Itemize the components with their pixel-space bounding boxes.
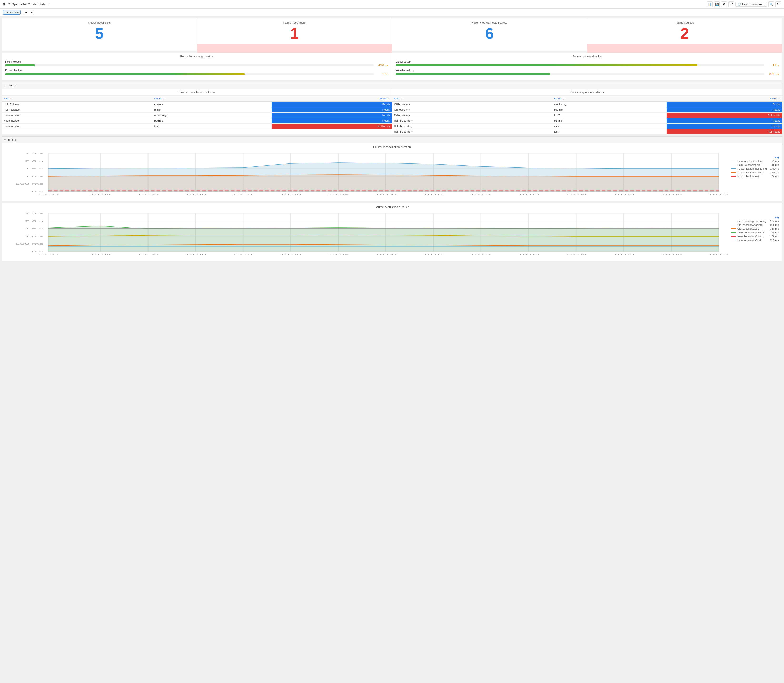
stat-card-title-4: Failing Sources bbox=[590, 21, 779, 24]
kind-cell: Kustomization bbox=[2, 112, 152, 118]
svg-text:15:57: 15:57 bbox=[232, 253, 254, 256]
stat-value-2: 1 bbox=[200, 26, 389, 43]
table-row: Kustomization test Not Ready bbox=[2, 123, 392, 129]
save-button[interactable]: 💾 bbox=[714, 2, 720, 7]
kustomization-label: Kustomization bbox=[5, 69, 389, 72]
legend-helmrepo-minio: HelmRepository/minio 108 ms bbox=[731, 235, 779, 238]
timing-section-header[interactable]: ▼ Timing bbox=[2, 136, 782, 143]
svg-text:16:00: 16:00 bbox=[375, 193, 396, 196]
cluster-avg-label: avg bbox=[731, 156, 779, 159]
clock-icon: 🕐 bbox=[738, 3, 741, 6]
status-cell: Ready bbox=[667, 102, 782, 107]
status-badge: Ready bbox=[667, 118, 782, 123]
svg-text:1.0 s: 1.0 s bbox=[25, 235, 43, 237]
source-duration-title: Source acquisition duration bbox=[5, 205, 779, 209]
stat-card-manifests-sources: Kubernetes Manifests Sources 6 bbox=[392, 18, 587, 51]
legend-line-gitrepo-podinfo bbox=[731, 224, 736, 225]
source-name-header[interactable]: Name ▽ bbox=[552, 96, 667, 102]
status-badge: Ready bbox=[667, 107, 782, 112]
chevron-down-icon: ▾ bbox=[763, 3, 765, 6]
svg-text:2.5 s: 2.5 s bbox=[25, 152, 43, 155]
svg-text:15:56: 15:56 bbox=[185, 253, 206, 256]
helmrelease-bar bbox=[5, 64, 35, 66]
legend-value-gitrepo-podinfo: 980 ms bbox=[767, 223, 779, 226]
status-badge: Not Ready bbox=[667, 113, 782, 117]
share-icon[interactable]: ⎇ bbox=[47, 3, 51, 6]
source-status-header[interactable]: Status ▽ bbox=[667, 96, 782, 102]
name-header[interactable]: Name ▽ bbox=[152, 96, 272, 102]
svg-text:15:57: 15:57 bbox=[232, 193, 254, 196]
legend-value-helmrepo-minio: 108 ms bbox=[767, 235, 779, 238]
svg-text:16:07: 16:07 bbox=[708, 193, 728, 196]
stat-value-3: 6 bbox=[395, 26, 584, 41]
source-kind-header[interactable]: Kind ▽ bbox=[392, 96, 552, 102]
helmrepo-bar bbox=[396, 73, 550, 75]
svg-text:16:04: 16:04 bbox=[565, 193, 587, 196]
x-axis: 15:53 15:54 15:55 15:56 15:57 15:58 15:5… bbox=[37, 193, 728, 196]
svg-text:16:02: 16:02 bbox=[470, 193, 492, 196]
kind-cell: GitRepository bbox=[392, 112, 552, 118]
stat-card-failing-reconcilers: Failing Reconcilers 1 bbox=[197, 18, 392, 51]
legend-helmrelease-minio: HelmRelease/minio 16 ms bbox=[731, 164, 779, 166]
legend-line-helmrelease-contour bbox=[731, 161, 736, 161]
status-cell: Not Ready bbox=[272, 123, 392, 129]
status-cell: Not Ready bbox=[667, 129, 782, 135]
cluster-duration-canvas: 2.5 s 2.0 s 1.5 s 1.0 s 500 ms 0 s 15:53… bbox=[5, 151, 728, 199]
kind-header[interactable]: Kind ▽ bbox=[2, 96, 152, 102]
app-header: ⊞ GitOps Toolkit Cluster Stats ⎇ 📊 💾 ⚙ ⛶… bbox=[0, 0, 784, 8]
legend-line-gitrepo-monitoring bbox=[731, 221, 736, 221]
namespace-filter-badge[interactable]: namespace bbox=[3, 10, 21, 14]
name-cell: minio bbox=[152, 107, 272, 112]
name-cell: test bbox=[552, 129, 667, 135]
svg-text:15:59: 15:59 bbox=[327, 193, 349, 196]
legend-gitrepo-test2: GitRepository/test2 338 ms bbox=[731, 227, 779, 230]
svg-text:16:05: 16:05 bbox=[613, 193, 634, 196]
svg-text:500 ms: 500 ms bbox=[15, 183, 43, 185]
stat-card-title-3: Kubernetes Manifests Sources bbox=[395, 21, 584, 24]
source-table-header-row: Kind ▽ Name ▽ Status ▽ bbox=[392, 96, 782, 102]
header-left: ⊞ GitOps Toolkit Cluster Stats ⎇ bbox=[3, 2, 51, 6]
svg-text:15:58: 15:58 bbox=[280, 253, 301, 256]
status-section-header[interactable]: ▼ Status bbox=[2, 82, 782, 89]
namespace-dropdown[interactable]: All bbox=[22, 10, 34, 15]
svg-text:0 s: 0 s bbox=[32, 191, 43, 193]
time-selector[interactable]: 🕐 Last 15 minutes ▾ bbox=[736, 2, 767, 6]
svg-text:2.5 s: 2.5 s bbox=[25, 212, 43, 215]
helmrepo-bar-row: 879 ms bbox=[396, 72, 779, 76]
legend-line-helmrepo-bitnami bbox=[731, 232, 736, 233]
legend-line-kustom-podinfo bbox=[731, 172, 736, 173]
svg-text:15:58: 15:58 bbox=[280, 193, 301, 196]
gitrepo-bar-container bbox=[396, 64, 764, 66]
legend-line-helmrepo-minio bbox=[731, 236, 736, 237]
legend-helmrelease-contour: HelmRelease/contour 71 ms bbox=[731, 160, 779, 162]
legend-value-helmrepo-bitnami: 1.695 s bbox=[767, 231, 779, 234]
table-row: HelmRepository minio Ready bbox=[392, 123, 782, 129]
svg-text:15:59: 15:59 bbox=[327, 253, 349, 256]
bar-chart-button[interactable]: 📊 bbox=[707, 2, 713, 7]
source-status-filter-icon: ▽ bbox=[779, 98, 780, 100]
settings-button[interactable]: ⚙ bbox=[721, 2, 727, 7]
table-row: HelmRepository test Not Ready bbox=[392, 129, 782, 135]
source-ops-title: Source ops avg. duration bbox=[396, 55, 779, 58]
refresh-button[interactable]: ↻ bbox=[776, 2, 781, 7]
helmrelease-bar-container bbox=[5, 64, 374, 66]
fullscreen-button[interactable]: ⛶ bbox=[728, 2, 734, 7]
source-duration-svg: 2.5 s 2.0 s 1.5 s 1.0 s 500 ms 0 s 15:53… bbox=[5, 211, 728, 259]
legend-line-helmrelease-minio bbox=[731, 165, 736, 165]
legend-value-kustom-podinfo: 1.071 s bbox=[767, 171, 779, 174]
status-badge: Ready bbox=[667, 124, 782, 128]
stat-card-title-1: Cluster Reconcilers bbox=[5, 21, 194, 24]
source-duration-chart-section: Source acquisition duration bbox=[2, 203, 782, 261]
status-badge: Ready bbox=[272, 107, 392, 112]
cluster-duration-legend: avg HelmRelease/contour 71 ms HelmReleas… bbox=[731, 151, 779, 199]
zoom-in-button[interactable]: 🔍 bbox=[768, 2, 774, 7]
svg-text:16:05: 16:05 bbox=[613, 253, 634, 256]
status-header[interactable]: Status ▽ bbox=[272, 96, 392, 102]
svg-text:16:01: 16:01 bbox=[423, 253, 444, 256]
gitrepo-value: 1.2 s bbox=[766, 64, 779, 67]
source-acquisition-table: Kind ▽ Name ▽ Status ▽ GitRepository mon… bbox=[392, 96, 782, 135]
cluster-reconciliation-table: Kind ▽ Name ▽ Status ▽ HelmRelease conto… bbox=[2, 96, 392, 129]
svg-text:1.0 s: 1.0 s bbox=[25, 175, 43, 178]
legend-label-kustom-test: Kustomization/test bbox=[738, 175, 767, 178]
table-row: GitRepository test2 Not Ready bbox=[392, 112, 782, 118]
